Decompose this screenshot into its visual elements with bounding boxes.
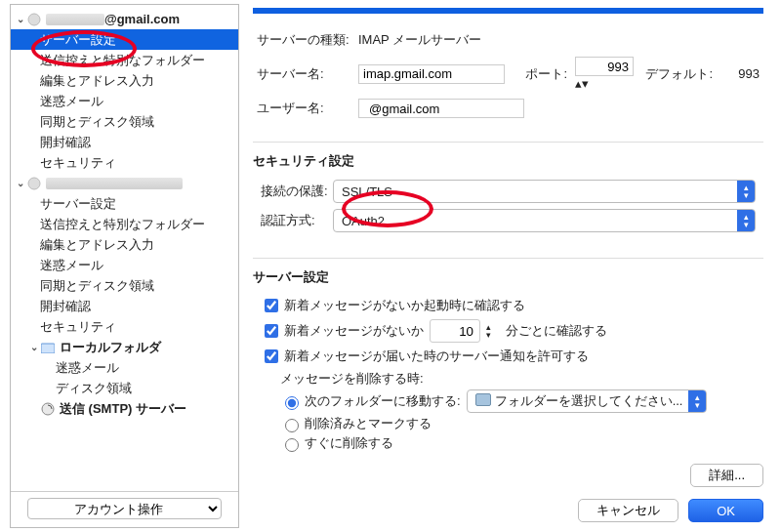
ok-button[interactable]: OK: [688, 499, 763, 522]
server-type-label: サーバーの種類:: [257, 32, 349, 47]
account-actions-select[interactable]: アカウント操作: [27, 498, 221, 519]
security-section: セキュリティ設定 接続の保護: SSL/TLS ▴▾ 認証方式: OAuth2 …: [253, 142, 763, 238]
allow-push-label: 新着メッセージが届いた時のサーバー通知を許可する: [284, 348, 589, 365]
check-on-startup-checkbox[interactable]: [265, 299, 278, 312]
sidebar-item-copies-folders[interactable]: 送信控えと特別なフォルダー: [11, 50, 238, 70]
smtp-icon: [40, 401, 56, 417]
server-settings-section: サーバー設定 新着メッセージがないか起動時に確認する 新着メッセージがないか ▴…: [253, 258, 763, 454]
chevron-down-icon[interactable]: ⌄: [28, 337, 40, 357]
check-every-value-input[interactable]: [430, 319, 480, 343]
dropdown-caret-icon: ▴▾: [737, 181, 755, 202]
sidebar-item-sync[interactable]: 同期とディスク領域: [11, 111, 238, 132]
auth-method-label: 認証方式:: [261, 212, 333, 229]
sidebar-item-junk[interactable]: 迷惑メール: [11, 255, 238, 275]
when-delete-label: メッセージを削除する時:: [280, 370, 756, 388]
svg-point-0: [28, 14, 40, 25]
check-on-startup-label: 新着メッセージがないか起動時に確認する: [284, 297, 525, 314]
chevron-down-icon[interactable]: ⌄: [15, 173, 26, 193]
account-icon: [26, 12, 42, 27]
detail-button[interactable]: 詳細...: [690, 464, 763, 487]
connection-protection-select[interactable]: SSL/TLS ▴▾: [333, 180, 756, 203]
delete-move-folder-select[interactable]: フォルダーを選択してください... ▴▾: [467, 389, 708, 413]
sidebar-item-security[interactable]: セキュリティ: [11, 152, 238, 173]
default-port-label: デフォルト:: [645, 66, 713, 81]
security-title: セキュリティ設定: [253, 152, 763, 170]
sidebar-item-receipts[interactable]: 開封確認: [11, 296, 238, 316]
sidebar-item-security[interactable]: セキュリティ: [11, 316, 238, 337]
sidebar-item-composition[interactable]: 編集とアドレス入力: [11, 234, 238, 255]
delete-mark-radio[interactable]: [285, 419, 299, 432]
check-every-label-after: 分ごとに確認する: [506, 322, 607, 340]
delete-remove-label: すぐに削除する: [305, 434, 393, 452]
account-actions: アカウント操作: [11, 491, 238, 527]
dropdown-caret-icon: ▴▾: [688, 390, 706, 412]
server-name-input[interactable]: [358, 64, 505, 84]
sidebar-item-receipts[interactable]: 開封確認: [11, 132, 238, 152]
delete-move-radio[interactable]: [285, 396, 299, 410]
port-label: ポート:: [525, 66, 567, 81]
sidebar-account-1[interactable]: ⌄: [11, 173, 238, 193]
svg-rect-2: [41, 344, 55, 353]
server-type-value: IMAP メールサーバー: [358, 32, 481, 47]
sidebar-item-junk[interactable]: 迷惑メール: [11, 91, 238, 111]
server-settings-title: サーバー設定: [253, 268, 763, 286]
delete-move-label: 次のフォルダーに移動する:: [305, 392, 461, 410]
check-every-checkbox[interactable]: [265, 324, 278, 338]
sidebar-item-junk-local[interactable]: 迷惑メール: [11, 357, 238, 378]
sidebar-item-copies-folders[interactable]: 送信控えと特別なフォルダー: [11, 214, 238, 234]
sidebar-local-folders[interactable]: ⌄ ローカルフォルダ: [11, 337, 238, 357]
stepper-icon[interactable]: ▴▾: [575, 76, 589, 91]
sidebar-item-composition[interactable]: 編集とアドレス入力: [11, 70, 238, 91]
main-panel: サーバーの種類: IMAP メールサーバー サーバー名: ポート: ▴▾ デフォ…: [239, 0, 781, 532]
delete-remove-radio[interactable]: [285, 438, 299, 452]
port-input[interactable]: [575, 57, 634, 76]
account-icon: [26, 176, 42, 191]
check-every-label-before: 新着メッセージがないか: [284, 322, 424, 340]
accounts-tree: ⌄ @gmail.com サーバー設定 送信控えと特別なフォルダー 編集とアドレ…: [11, 5, 238, 491]
server-name-label: サーバー名:: [257, 66, 324, 81]
svg-point-1: [28, 178, 40, 189]
sidebar-item-server-settings[interactable]: サーバー設定: [11, 29, 238, 50]
connection-protection-label: 接続の保護:: [261, 183, 333, 200]
folder-icon: [475, 393, 495, 409]
cancel-button[interactable]: キャンセル: [578, 499, 678, 522]
header-divider: [253, 8, 763, 14]
delete-mark-label: 削除済みとマークする: [305, 415, 432, 432]
accounts-sidebar: ⌄ @gmail.com サーバー設定 送信控えと特別なフォルダー 編集とアドレ…: [10, 4, 239, 528]
obscured-name: [46, 14, 104, 25]
chevron-down-icon[interactable]: ⌄: [15, 9, 26, 29]
stepper-icon[interactable]: ▴▾: [486, 323, 500, 339]
obscured-name: [46, 178, 183, 189]
sidebar-account-0[interactable]: ⌄ @gmail.com: [11, 9, 238, 29]
account-0-label: @gmail.com: [104, 9, 180, 29]
user-name-input[interactable]: [365, 99, 537, 118]
dropdown-caret-icon: ▴▾: [737, 210, 755, 231]
sidebar-item-disk-local[interactable]: ディスク領域: [11, 378, 238, 398]
auth-method-select[interactable]: OAuth2 ▴▾: [333, 209, 756, 232]
default-port-value: 993: [738, 66, 760, 81]
sidebar-smtp-server[interactable]: 送信 (SMTP) サーバー: [11, 398, 238, 419]
user-name-label: ユーザー名:: [257, 101, 324, 115]
local-folders-icon: [40, 340, 56, 355]
sidebar-item-sync[interactable]: 同期とディスク領域: [11, 275, 238, 296]
sidebar-item-server-settings[interactable]: サーバー設定: [11, 193, 238, 214]
allow-push-checkbox[interactable]: [265, 349, 278, 363]
